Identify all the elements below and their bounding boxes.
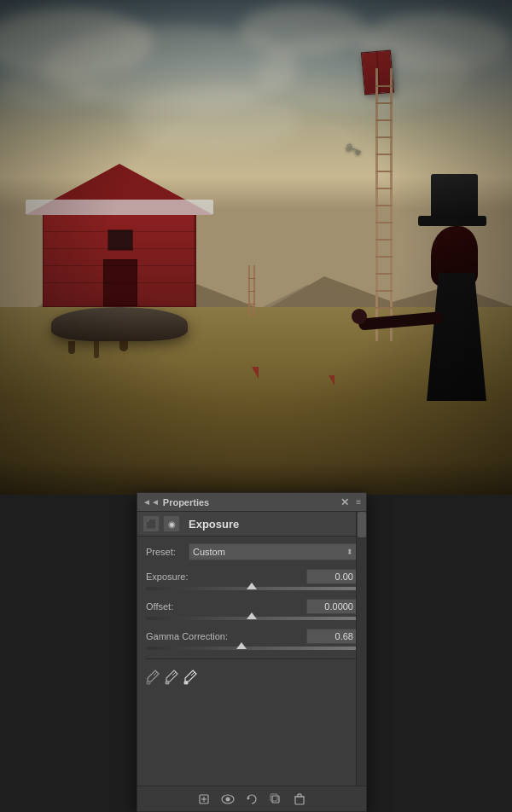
eyedropper-point-white[interactable] [183,670,197,688]
ladder-rung [375,154,393,155]
svg-line-6 [191,672,195,676]
gamma-slider-thumb[interactable] [236,642,247,649]
panel-menu-icon[interactable]: ≡ [356,497,361,507]
preset-dropdown-arrow: ⬍ [346,548,353,556]
svg-rect-7 [184,682,188,684]
mask-icon-btn[interactable]: ◉ [163,515,180,532]
barn-body [43,213,196,307]
panel-title-text: Properties [163,497,209,508]
gamma-slider-track[interactable] [146,647,358,650]
gamma-row: Gamma Correction: 0.68 [146,629,358,644]
eyedropper-row [146,663,358,695]
exposure-label: Exposure: [146,571,231,582]
exposure-slider-thumb[interactable] [247,583,257,589]
barn [26,171,213,307]
svg-rect-3 [147,682,150,684]
svg-marker-13 [247,797,250,800]
panel-toolbar: ⬛ ◉ Exposure [137,512,366,536]
offset-slider-track[interactable] [146,617,358,620]
exposure-group: Exposure: 0.00 [146,569,358,590]
offset-label: Offset: [146,601,231,612]
ladder-rung [375,85,393,87]
exposure-value[interactable]: 0.00 [306,569,358,584]
preset-label: Preset: [146,547,189,557]
svg-rect-14 [272,796,279,803]
bottom-reset-btn[interactable] [243,791,260,808]
ladder-rung [375,171,393,172]
preset-value: Custom [193,547,225,557]
bottom-new-layer-btn[interactable] [195,791,212,808]
ladder-rung [375,119,393,121]
panel-title-left: ◄◄ Properties [143,497,209,508]
preset-select-dropdown[interactable]: Custom ⬍ [189,543,358,560]
eyedropper-point-black[interactable] [146,670,160,688]
gamma-label: Gamma Correction: [146,631,231,641]
gamma-group: Gamma Correction: 0.68 [146,629,358,650]
properties-panel: ◄◄ Properties ✕ ≡ ⬛ ◉ Exposure Preset: C… [137,492,367,812]
svg-line-2 [154,672,157,676]
exposure-slider-track[interactable] [146,587,358,590]
small-flag-2 [329,375,335,386]
preset-row: Preset: Custom ⬍ [146,543,358,560]
svg-point-12 [226,797,230,801]
hat-top [431,174,478,217]
svg-rect-16 [295,797,304,804]
small-ladder-1 [247,265,256,316]
adjustment-layer-icon-btn[interactable]: ⬛ [143,515,160,532]
panel-content: Preset: Custom ⬍ Exposure: 0.00 Offset: [137,536,366,702]
eyedropper-point-gray[interactable] [165,670,178,688]
section-title: Exposure [189,518,239,531]
barn-rock-base [51,307,188,341]
bottom-duplicate-btn[interactable] [267,791,284,808]
small-flag-1 [252,367,259,379]
mask-icon: ◉ [168,519,176,529]
offset-value[interactable]: 0.0000 [306,599,358,614]
scrollbar-thumb[interactable] [358,512,366,537]
offset-slider-thumb[interactable] [247,612,257,619]
panel-titlebar: ◄◄ Properties ✕ ≡ [137,493,366,512]
figure [367,179,495,444]
ladder-rung [375,102,393,104]
hat-brim [418,216,486,226]
svg-line-4 [172,672,176,676]
collapse-arrows-icon[interactable]: ◄◄ [143,497,160,507]
gamma-value[interactable]: 0.68 [306,629,358,644]
barn-snow [26,200,213,215]
barn-container [26,171,230,341]
bottom-visibility-btn[interactable] [219,791,236,808]
offset-group: Offset: 0.0000 [146,599,358,620]
panel-bottom-bar [137,786,366,811]
svg-rect-5 [166,682,169,684]
divider [146,658,358,659]
svg-rect-15 [271,794,277,801]
bottom-delete-btn[interactable] [291,791,308,808]
adjustment-layer-icon: ⬛ [146,519,156,529]
panel-scrollbar[interactable] [356,512,366,786]
canvas-image: 🗝 [0,0,512,495]
ladder-rung [375,136,393,138]
panel-close-button[interactable]: ✕ [340,496,349,508]
